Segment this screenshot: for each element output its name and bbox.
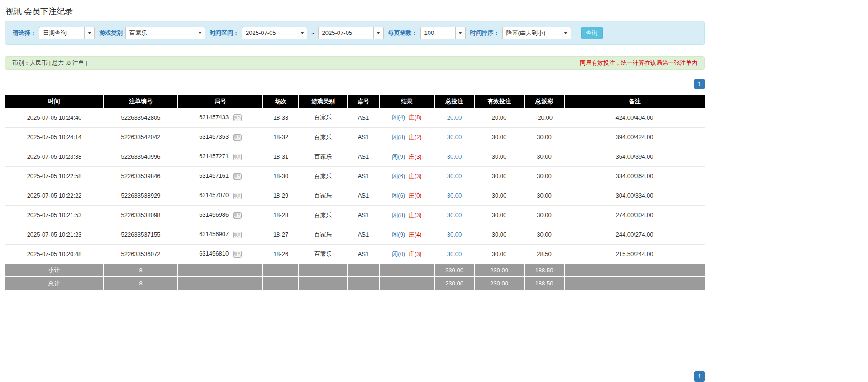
cell-payout: 30.00 xyxy=(524,225,564,244)
cell-bet-id: 522633538929 xyxy=(104,186,178,205)
query-type-select xyxy=(39,27,95,39)
result-banker: 庄(3) xyxy=(409,212,422,218)
search-button[interactable]: 查询 xyxy=(581,27,603,39)
page-button-1[interactable]: 1 xyxy=(694,79,705,89)
time-sort-select xyxy=(502,27,571,39)
summary-row: 小计8230.00230.00188.50 xyxy=(5,264,705,277)
cell-payout: 30.00 xyxy=(524,205,564,225)
chevron-down-icon xyxy=(198,32,202,34)
page-size-dropdown-button[interactable] xyxy=(455,27,466,39)
column-header: 游戏类别 xyxy=(299,95,348,108)
cell-valid-bet: 30.00 xyxy=(474,166,524,186)
chevron-down-icon xyxy=(458,32,462,34)
cell-table-no: AS1 xyxy=(348,108,379,127)
table-row: 2025-07-05 10:24:14 522633542042 6314573… xyxy=(5,127,705,147)
summary-cell xyxy=(348,277,379,290)
time-sort-input[interactable] xyxy=(502,27,561,39)
date-range-separator: ~ xyxy=(311,29,315,36)
date-from-dropdown-button[interactable] xyxy=(297,27,307,39)
cell-remark: 424.00/404.00 xyxy=(564,108,705,127)
total-bet-link[interactable]: 30.00 xyxy=(447,153,462,160)
summary-cell: 230.00 xyxy=(434,277,474,290)
cell-result: 闲(0) 庄(3) xyxy=(379,244,434,264)
cell-game-type: 百家乐 xyxy=(299,186,348,205)
query-type-dropdown-button[interactable] xyxy=(84,27,95,39)
game-result-icon[interactable] xyxy=(233,154,242,160)
cell-session: 18-29 xyxy=(263,186,299,205)
date-to-dropdown-button[interactable] xyxy=(373,27,384,39)
game-result-icon[interactable] xyxy=(233,232,242,238)
cell-bet-id: 522633542805 xyxy=(104,108,178,127)
table-row: 2025-07-05 10:23:38 522633540996 6314572… xyxy=(5,147,705,166)
game-result-icon[interactable] xyxy=(233,114,242,121)
date-from-input[interactable] xyxy=(242,27,297,39)
game-result-icon[interactable] xyxy=(233,134,242,141)
content-area: 视讯 会员下注纪录 请选择： 游戏类别 时间区间： ~ 每页笔数： xyxy=(5,0,705,382)
result-banker: 庄(3) xyxy=(409,251,422,257)
summary-cell xyxy=(263,264,299,277)
total-bet-link[interactable]: 20.00 xyxy=(447,114,462,121)
cell-result: 闲(8) 庄(2) xyxy=(379,127,434,147)
cell-payout: 30.00 xyxy=(524,166,564,186)
column-header: 总投注 xyxy=(434,95,474,108)
time-sort-dropdown-button[interactable] xyxy=(561,27,571,39)
cell-game-type: 百家乐 xyxy=(299,147,348,166)
table-row: 2025-07-05 10:22:58 522633539846 6314571… xyxy=(5,166,705,186)
pagination-bottom: 1 xyxy=(5,371,705,382)
cell-table-no: AS1 xyxy=(348,225,379,244)
cell-session: 18-32 xyxy=(263,127,299,147)
cell-remark: 244.00/274.00 xyxy=(564,225,705,244)
cell-total-bet: 30.00 xyxy=(434,225,474,244)
cell-round-id: 631456907 xyxy=(178,225,263,244)
cell-result: 闲(9) 庄(4) xyxy=(379,225,434,244)
chevron-down-icon xyxy=(564,32,568,34)
cell-session: 18-33 xyxy=(263,108,299,127)
game-result-icon[interactable] xyxy=(233,193,242,199)
summary-cell xyxy=(263,277,299,290)
column-header: 备注 xyxy=(564,95,705,108)
total-bet-link[interactable]: 30.00 xyxy=(447,192,462,199)
column-header: 总派彩 xyxy=(524,95,564,108)
game-type-input[interactable] xyxy=(125,27,195,39)
page-title: 视讯 会员下注纪录 xyxy=(5,0,705,21)
total-bet-link[interactable]: 30.00 xyxy=(447,134,462,140)
game-result-icon[interactable] xyxy=(233,251,242,258)
chevron-down-icon xyxy=(88,32,91,34)
cell-payout: 30.00 xyxy=(524,147,564,166)
cell-time: 2025-07-05 10:21:53 xyxy=(5,205,104,225)
cell-game-type: 百家乐 xyxy=(299,205,348,225)
result-banker: 庄(2) xyxy=(409,134,422,140)
cell-bet-id: 522633537155 xyxy=(104,225,178,244)
result-player: 闲(8) xyxy=(392,212,405,218)
result-banker: 庄(3) xyxy=(409,173,422,179)
chevron-down-icon xyxy=(377,32,380,34)
game-type-select xyxy=(125,27,205,39)
result-player: 闲(8) xyxy=(392,134,405,140)
query-type-input[interactable] xyxy=(39,27,84,39)
date-to-input[interactable] xyxy=(318,27,373,39)
cell-session: 18-28 xyxy=(263,205,299,225)
total-bet-link[interactable]: 30.00 xyxy=(447,173,462,179)
game-type-label: 游戏类别 xyxy=(99,29,123,37)
cell-total-bet: 20.00 xyxy=(434,108,474,127)
cell-session: 18-26 xyxy=(263,244,299,264)
summary-cell: 188.50 xyxy=(524,277,564,290)
page-size-input[interactable] xyxy=(420,27,455,39)
cell-result: 闲(4) 庄(8) xyxy=(379,108,434,127)
game-type-dropdown-button[interactable] xyxy=(195,27,205,39)
cell-total-bet: 30.00 xyxy=(434,166,474,186)
game-result-icon[interactable] xyxy=(233,212,242,219)
game-result-icon[interactable] xyxy=(233,173,242,180)
cell-bet-id: 522633536072 xyxy=(104,244,178,264)
table-body: 2025-07-05 10:24:40 522633542805 6314574… xyxy=(5,108,705,290)
page-size-label: 每页笔数： xyxy=(388,29,418,37)
total-bet-link[interactable]: 30.00 xyxy=(447,251,462,257)
column-header: 有效投注 xyxy=(474,95,524,108)
cell-remark: 394.00/424.00 xyxy=(564,127,705,147)
summary-cell: 总计 xyxy=(5,277,104,290)
total-bet-link[interactable]: 30.00 xyxy=(447,231,462,238)
cell-payout: -20.00 xyxy=(524,108,564,127)
page-button-1[interactable]: 1 xyxy=(694,371,705,382)
result-player: 闲(6) xyxy=(392,192,405,199)
total-bet-link[interactable]: 30.00 xyxy=(447,212,462,218)
